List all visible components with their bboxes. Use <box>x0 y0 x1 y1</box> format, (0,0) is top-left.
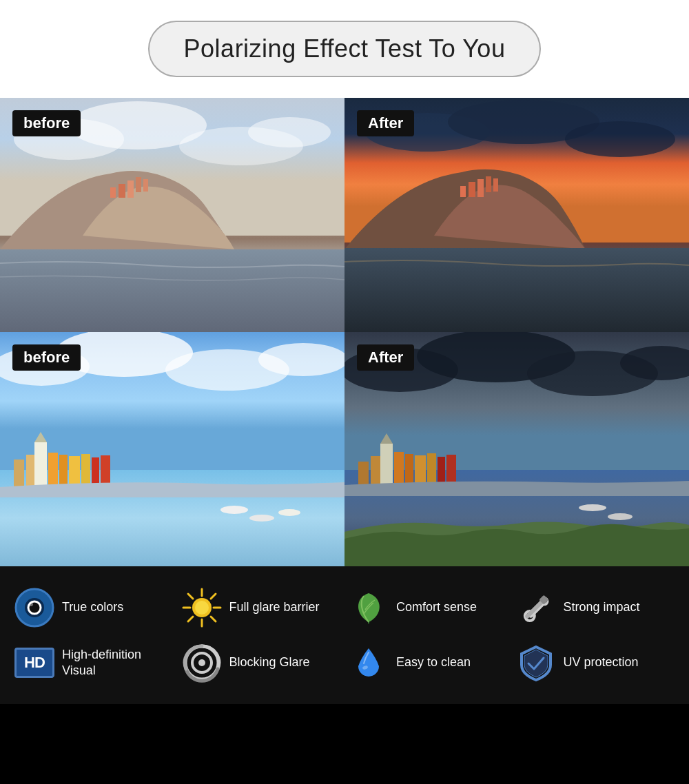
svg-rect-32 <box>59 455 68 487</box>
svg-rect-15 <box>460 186 466 197</box>
feature-uv-protection: UV protection <box>515 642 676 683</box>
svg-rect-6 <box>119 184 125 198</box>
image-before-2: before <box>0 332 344 566</box>
svg-rect-9 <box>143 179 148 192</box>
svg-point-61 <box>29 602 33 606</box>
header-section: Polarizing Effect Test To You <box>0 0 689 98</box>
feature-strong-impact: Strong impact <box>515 587 676 628</box>
svg-rect-7 <box>127 180 134 198</box>
features-section: True colors Full glare barrier <box>0 566 689 704</box>
svg-rect-10 <box>0 249 344 332</box>
svg-rect-51 <box>405 454 413 487</box>
sun-icon-svg <box>182 588 222 628</box>
strong-impact-label: Strong impact <box>564 599 640 615</box>
image-after-1: After <box>344 98 689 332</box>
feature-comfort-sense: Comfort sense <box>348 587 508 628</box>
svg-rect-16 <box>469 182 475 197</box>
svg-rect-29 <box>34 442 47 487</box>
svg-line-67 <box>211 617 216 621</box>
full-glare-barrier-label: Full glare barrier <box>229 599 320 615</box>
svg-rect-34 <box>81 454 90 487</box>
recycle-icon <box>181 642 223 683</box>
svg-rect-33 <box>69 456 80 487</box>
hd-icon: HD <box>14 642 55 683</box>
easy-to-clean-label: Easy to clean <box>396 654 471 670</box>
svg-rect-50 <box>394 452 404 487</box>
svg-point-71 <box>195 601 209 615</box>
feature-easy-to-clean: Easy to clean <box>348 642 508 683</box>
drop-icon <box>348 642 389 683</box>
drop-icon-svg <box>349 643 389 683</box>
wrench-icon <box>515 587 557 628</box>
before-label-2: before <box>12 344 81 371</box>
svg-point-39 <box>278 509 300 516</box>
uv-protection-label: UV protection <box>564 654 639 670</box>
svg-point-56 <box>579 504 606 511</box>
svg-rect-17 <box>477 179 484 197</box>
wrench-icon-svg <box>516 588 556 628</box>
svg-point-25 <box>258 343 344 376</box>
sun-icon <box>181 587 223 628</box>
after-label-1: After <box>357 110 414 136</box>
shield-icon <box>515 642 557 683</box>
title-oval: Polarizing Effect Test To You <box>148 21 542 77</box>
eye-icon-svg <box>14 588 54 628</box>
blocking-glare-label: Blocking Glare <box>229 654 310 670</box>
svg-rect-35 <box>92 457 99 487</box>
page-title: Polarizing Effect Test To You <box>184 34 506 63</box>
hd-visual-label: High-definition Visual <box>62 647 174 679</box>
svg-rect-36 <box>101 455 110 487</box>
svg-point-57 <box>608 513 633 520</box>
svg-rect-46 <box>358 462 369 487</box>
svg-rect-5 <box>110 187 116 198</box>
comfort-sense-label: Comfort sense <box>396 599 477 615</box>
svg-line-68 <box>211 594 216 599</box>
image-after-2: After <box>344 332 689 566</box>
before-label-1: before <box>12 110 81 136</box>
svg-rect-27 <box>14 460 24 487</box>
feature-hd-visual: HD High-definition Visual <box>14 642 174 683</box>
recycle-icon-svg <box>182 643 222 683</box>
image-before-1: before <box>0 98 344 332</box>
svg-point-14 <box>565 121 675 157</box>
svg-point-37 <box>220 506 248 514</box>
svg-point-4 <box>248 117 331 147</box>
svg-rect-31 <box>48 453 58 487</box>
shield-icon-svg <box>516 643 556 683</box>
image-comparison-grid: before <box>0 98 689 566</box>
feature-full-glare-barrier: Full glare barrier <box>181 587 342 628</box>
leaf-icon-svg <box>349 588 389 628</box>
svg-line-66 <box>188 594 193 599</box>
feature-blocking-glare: Blocking Glare <box>181 642 342 683</box>
svg-rect-48 <box>380 444 393 487</box>
after-label-2: After <box>357 344 414 371</box>
eye-icon <box>14 587 55 628</box>
hd-badge: HD <box>14 648 54 678</box>
svg-point-80 <box>198 659 205 666</box>
feature-true-colors: True colors <box>14 587 174 628</box>
svg-point-38 <box>249 515 274 522</box>
svg-line-69 <box>188 617 193 621</box>
svg-rect-8 <box>136 177 141 192</box>
svg-rect-19 <box>493 178 498 192</box>
true-colors-label: True colors <box>62 599 123 615</box>
leaf-icon <box>348 587 389 628</box>
svg-rect-18 <box>486 176 491 192</box>
